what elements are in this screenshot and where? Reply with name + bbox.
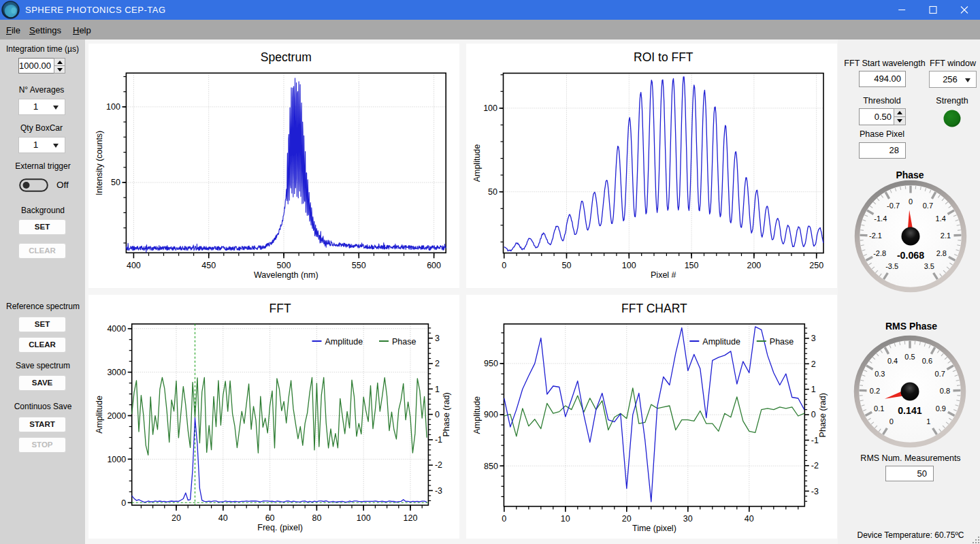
svg-text:120: 120 bbox=[404, 513, 418, 523]
svg-text:3.5: 3.5 bbox=[924, 262, 934, 270]
svg-text:Amplitude: Amplitude bbox=[472, 396, 482, 434]
svg-text:0.7: 0.7 bbox=[935, 370, 945, 378]
svg-text:60: 60 bbox=[265, 513, 275, 523]
svg-text:900: 900 bbox=[484, 410, 498, 419]
svg-text:950: 950 bbox=[484, 359, 498, 368]
svg-text:450: 450 bbox=[201, 261, 216, 270]
svg-text:0.9: 0.9 bbox=[936, 404, 946, 413]
svg-text:-2.1: -2.1 bbox=[869, 231, 882, 240]
svg-text:Amplitude: Amplitude bbox=[702, 337, 740, 347]
svg-text:Amplitude: Amplitude bbox=[472, 144, 482, 182]
svg-text:-2: -2 bbox=[435, 460, 442, 470]
svg-text:850: 850 bbox=[484, 462, 498, 471]
svg-text:0.1: 0.1 bbox=[874, 404, 884, 413]
svg-text:1000: 1000 bbox=[107, 455, 126, 464]
svg-text:FFT CHART: FFT CHART bbox=[621, 302, 687, 315]
svg-text:0: 0 bbox=[121, 498, 126, 508]
svg-text:Spectrum: Spectrum bbox=[261, 50, 312, 64]
svg-text:-2.8: -2.8 bbox=[873, 249, 886, 257]
svg-text:-3: -3 bbox=[435, 486, 442, 496]
svg-text:0.4: 0.4 bbox=[887, 357, 898, 365]
svg-text:Amplitude: Amplitude bbox=[325, 337, 363, 347]
svg-text:2000: 2000 bbox=[107, 411, 126, 421]
svg-text:80: 80 bbox=[312, 513, 321, 523]
svg-text:-1.4: -1.4 bbox=[874, 214, 887, 223]
svg-text:50: 50 bbox=[488, 187, 497, 197]
svg-text:3: 3 bbox=[811, 334, 816, 343]
svg-text:250: 250 bbox=[809, 261, 823, 270]
svg-text:-1: -1 bbox=[811, 436, 819, 445]
svg-text:100: 100 bbox=[106, 102, 120, 112]
svg-text:0: 0 bbox=[811, 410, 816, 419]
svg-text:0.6: 0.6 bbox=[922, 357, 932, 365]
svg-text:0: 0 bbox=[502, 261, 506, 270]
svg-text:2: 2 bbox=[811, 359, 816, 369]
svg-text:-1: -1 bbox=[435, 435, 442, 445]
svg-text:Time (pixel): Time (pixel) bbox=[632, 524, 676, 533]
svg-text:500: 500 bbox=[277, 261, 291, 270]
svg-text:Amplitude: Amplitude bbox=[95, 396, 104, 434]
svg-text:2.8: 2.8 bbox=[936, 249, 947, 257]
svg-text:Intensity (counts): Intensity (counts) bbox=[95, 131, 104, 195]
svg-text:100: 100 bbox=[622, 261, 636, 270]
svg-text:0.141: 0.141 bbox=[898, 405, 922, 416]
svg-text:1: 1 bbox=[811, 385, 816, 394]
svg-text:0: 0 bbox=[889, 417, 894, 426]
svg-text:Phase (rad): Phase (rad) bbox=[818, 393, 828, 437]
svg-text:0: 0 bbox=[502, 514, 506, 524]
svg-text:ROI to FFT: ROI to FFT bbox=[634, 50, 693, 64]
svg-text:0.2: 0.2 bbox=[870, 387, 880, 395]
svg-text:200: 200 bbox=[747, 261, 761, 270]
svg-text:1: 1 bbox=[926, 417, 930, 426]
svg-text:Freq. (pixel): Freq. (pixel) bbox=[257, 523, 303, 532]
svg-text:Phase: Phase bbox=[770, 337, 794, 347]
svg-text:20: 20 bbox=[172, 513, 181, 523]
svg-text:Phase (rad): Phase (rad) bbox=[442, 392, 451, 436]
svg-text:1: 1 bbox=[435, 385, 440, 394]
svg-text:100: 100 bbox=[483, 103, 497, 113]
svg-text:1.4: 1.4 bbox=[936, 214, 946, 223]
svg-text:Pixel #: Pixel # bbox=[651, 270, 676, 280]
svg-text:30: 30 bbox=[683, 514, 693, 524]
svg-text:0: 0 bbox=[909, 197, 913, 206]
svg-text:Wavelength (nm): Wavelength (nm) bbox=[254, 270, 318, 280]
svg-text:Phase: Phase bbox=[392, 337, 416, 347]
svg-text:50: 50 bbox=[111, 178, 120, 187]
svg-text:-2: -2 bbox=[811, 461, 819, 470]
svg-text:0: 0 bbox=[435, 410, 440, 419]
svg-text:0.8: 0.8 bbox=[940, 387, 950, 395]
svg-text:2.1: 2.1 bbox=[941, 231, 951, 240]
svg-text:-0.7: -0.7 bbox=[887, 202, 900, 210]
svg-text:0.3: 0.3 bbox=[875, 370, 885, 378]
svg-text:10: 10 bbox=[561, 514, 570, 524]
svg-text:3: 3 bbox=[435, 334, 440, 343]
svg-text:2: 2 bbox=[435, 359, 440, 368]
svg-text:-0.068: -0.068 bbox=[897, 250, 924, 261]
svg-text:4000: 4000 bbox=[107, 324, 126, 334]
svg-text:3000: 3000 bbox=[107, 368, 126, 377]
svg-text:20: 20 bbox=[622, 514, 632, 524]
svg-text:0.7: 0.7 bbox=[923, 202, 933, 210]
svg-text:600: 600 bbox=[427, 261, 441, 270]
svg-text:0.5: 0.5 bbox=[904, 353, 915, 361]
svg-text:400: 400 bbox=[127, 261, 141, 270]
svg-text:100: 100 bbox=[357, 513, 371, 523]
svg-text:FFT: FFT bbox=[270, 302, 291, 315]
svg-text:-3: -3 bbox=[811, 487, 819, 496]
svg-text:150: 150 bbox=[685, 261, 699, 270]
svg-text:550: 550 bbox=[352, 261, 366, 270]
svg-text:50: 50 bbox=[562, 261, 572, 270]
svg-text:-3.5: -3.5 bbox=[885, 262, 898, 270]
svg-text:40: 40 bbox=[745, 514, 754, 524]
svg-text:40: 40 bbox=[218, 513, 228, 523]
